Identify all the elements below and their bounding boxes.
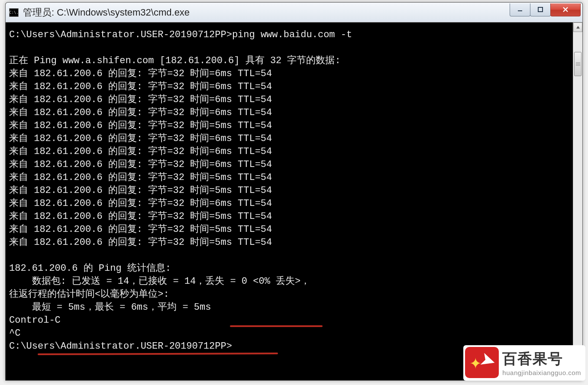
terminal-output[interactable]: C:\Users\Administrator.USER-20190712PP>p… (6, 22, 582, 380)
watermark: ✦ ➤ 百香果号 huangjinbaixiangguo.com (463, 345, 585, 381)
scroll-thumb[interactable] (574, 52, 582, 76)
window-title: 管理员: C:\Windows\system32\cmd.exe (23, 6, 510, 19)
minimize-icon (517, 6, 523, 13)
annotation-underline (38, 353, 278, 355)
stats-header: 182.61.200.6 的 Ping 统计信息: (9, 263, 171, 274)
cmd-icon-label: C:\. (9, 10, 19, 15)
arrow-icon: ➤ (477, 347, 499, 372)
ping-reply: 来自 182.61.200.6 的回复: 字节=32 时间=5ms TTL=54 (9, 237, 272, 248)
ping-reply: 来自 182.61.200.6 的回复: 字节=32 时间=6ms TTL=54 (9, 159, 272, 170)
cmd-window: C:\. 管理员: C:\Windows\system32\cmd.exe C:… (5, 2, 583, 381)
chevron-up-icon (576, 25, 580, 29)
scroll-up-button[interactable] (573, 22, 582, 32)
ping-reply: 来自 182.61.200.6 的回复: 字节=32 时间=6ms TTL=54 (9, 198, 272, 209)
svg-rect-1 (538, 7, 543, 12)
close-button[interactable] (550, 3, 581, 16)
prompt-line-1: C:\Users\Administrator.USER-20190712PP>p… (9, 29, 352, 40)
control-c: Control-C (9, 315, 61, 326)
ping-reply: 来自 182.61.200.6 的回复: 字节=32 时间=5ms TTL=54 (9, 172, 272, 183)
svg-marker-4 (576, 26, 580, 29)
ping-reply: 来自 182.61.200.6 的回复: 字节=32 时间=6ms TTL=54 (9, 146, 272, 157)
window-controls (510, 3, 581, 16)
titlebar[interactable]: C:\. 管理员: C:\Windows\system32\cmd.exe (6, 3, 582, 22)
stats-rtt: 最短 = 5ms，最长 = 6ms，平均 = 5ms (9, 302, 211, 313)
stats-packets: 数据包: 已发送 = 14，已接收 = 14，丢失 = 0 <0% 丢失>， (9, 276, 310, 287)
ping-reply: 来自 182.61.200.6 的回复: 字节=32 时间=6ms TTL=54 (9, 81, 272, 92)
caret-c: ^C (9, 328, 20, 339)
ping-reply: 来自 182.61.200.6 的回复: 字节=32 时间=5ms TTL=54 (9, 211, 272, 222)
ping-header: 正在 Ping www.a.shifen.com [182.61.200.6] … (9, 55, 341, 66)
ping-reply: 来自 182.61.200.6 的回复: 字节=32 时间=6ms TTL=54 (9, 68, 272, 79)
ping-reply: 来自 182.61.200.6 的回复: 字节=32 时间=6ms TTL=54 (9, 133, 272, 144)
watermark-title: 百香果号 (502, 349, 563, 369)
maximize-button[interactable] (530, 3, 551, 16)
ping-reply: 来自 182.61.200.6 的回复: 字节=32 时间=6ms TTL=54 (9, 94, 272, 105)
close-icon (562, 6, 569, 13)
scroll-track[interactable] (573, 32, 582, 371)
minimize-button[interactable] (510, 3, 530, 16)
vertical-scrollbar[interactable] (573, 22, 582, 380)
thumb-grip-icon (576, 62, 580, 67)
watermark-sub: huangjinbaixiangguo.com (502, 369, 581, 376)
ping-reply: 来自 182.61.200.6 的回复: 字节=32 时间=5ms TTL=54 (9, 120, 272, 131)
ping-reply: 来自 182.61.200.6 的回复: 字节=32 时间=5ms TTL=54 (9, 224, 272, 235)
watermark-text: 百香果号 huangjinbaixiangguo.com (502, 349, 581, 376)
annotation-underline (230, 325, 323, 327)
ping-reply: 来自 182.61.200.6 的回复: 字节=32 时间=6ms TTL=54 (9, 107, 272, 118)
ping-reply: 来自 182.61.200.6 的回复: 字节=32 时间=5ms TTL=54 (9, 185, 272, 196)
maximize-icon (537, 6, 543, 13)
cmd-icon: C:\. (9, 8, 19, 17)
watermark-logo: ✦ ➤ (465, 347, 499, 378)
prompt-line-2: C:\Users\Administrator.USER-20190712PP> (9, 341, 232, 352)
stats-rtt-header: 往返行程的估计时间<以毫秒为单位>: (9, 289, 169, 300)
